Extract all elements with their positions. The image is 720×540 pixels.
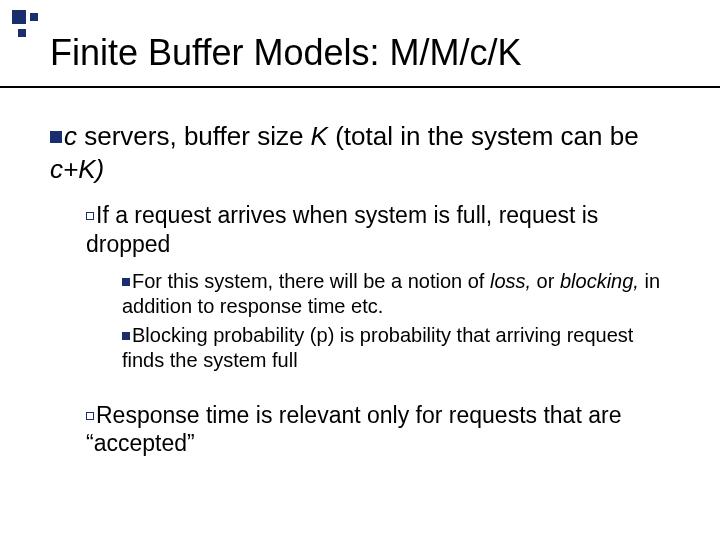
bullet-level2: If a request arrives when system is full…	[86, 201, 670, 259]
text: (total in the system can be	[328, 121, 639, 151]
corner-decoration	[12, 10, 38, 24]
corner-decoration-row	[18, 26, 26, 37]
spacer	[50, 377, 670, 391]
decoration-square	[18, 29, 26, 37]
slide-title: Finite Buffer Models: M/M/c/K	[50, 32, 521, 74]
square-bullet-icon	[50, 131, 62, 143]
text: Response time is relevant only for reque…	[86, 402, 621, 457]
slide-content: c servers, buffer size K (total in the s…	[50, 120, 670, 468]
text-italic: c+K)	[50, 154, 104, 184]
text: servers, buffer size	[77, 121, 311, 151]
decoration-square	[30, 13, 38, 21]
text-italic: c	[64, 121, 77, 151]
text-italic: loss,	[490, 270, 531, 292]
text: If a request arrives when system is full…	[86, 202, 598, 257]
text: For this system, there will be a notion …	[132, 270, 490, 292]
text-italic: blocking,	[560, 270, 639, 292]
bullet-level2: Response time is relevant only for reque…	[86, 401, 670, 459]
title-divider	[0, 86, 720, 88]
text: Blocking probability (p) is probability …	[122, 324, 633, 371]
hollow-square-bullet-icon	[86, 412, 94, 420]
bullet-level3: Blocking probability (p) is probability …	[122, 323, 670, 373]
square-bullet-icon	[122, 278, 130, 286]
square-bullet-icon	[122, 332, 130, 340]
bullet-level3: For this system, there will be a notion …	[122, 269, 670, 319]
text-italic: K	[311, 121, 328, 151]
hollow-square-bullet-icon	[86, 212, 94, 220]
decoration-square	[12, 10, 26, 24]
bullet-level1: c servers, buffer size K (total in the s…	[50, 120, 670, 185]
text: or	[531, 270, 560, 292]
